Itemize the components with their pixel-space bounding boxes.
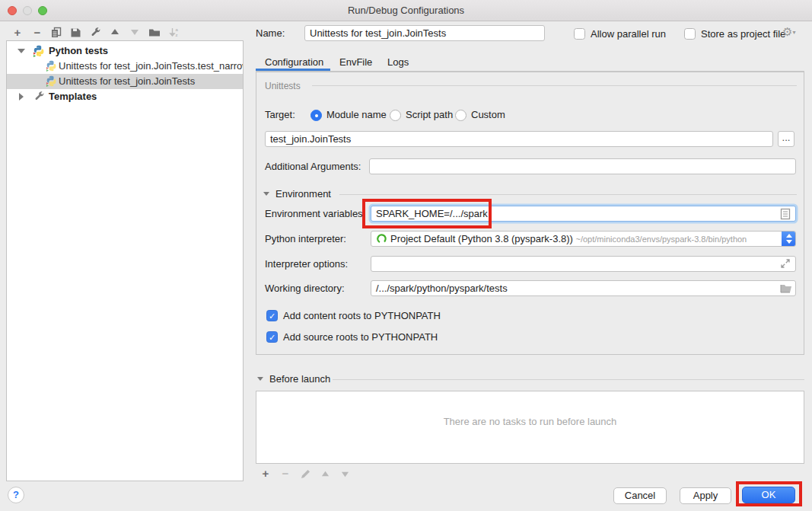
tree-item-unittests-narrow[interactable]: Unittests for test_join.JoinTests.test_n…	[7, 59, 243, 74]
add-source-roots-checkbox[interactable]: ✓	[266, 331, 278, 343]
move-up-icon[interactable]	[108, 25, 122, 39]
python-test-icon	[46, 60, 58, 72]
conda-environment-icon	[376, 233, 387, 247]
before-launch-edit-pencil-icon[interactable]	[298, 467, 312, 481]
environment-variables-label: Environment variables:	[265, 206, 365, 222]
copy-configuration-icon[interactable]	[49, 25, 62, 39]
env-vars-editor-icon[interactable]	[780, 208, 792, 220]
before-launch-panel: There are no tasks to run before launch	[256, 391, 804, 464]
name-value: Unittests for test_join.JoinTests	[310, 27, 446, 39]
before-launch-move-down-icon[interactable]	[338, 467, 352, 481]
unittests-group-title: Unittests	[265, 78, 301, 94]
section-divider	[339, 194, 797, 195]
target-module-name-radio[interactable]	[310, 110, 322, 121]
environment-collapse-caret-icon[interactable]	[263, 192, 269, 196]
move-down-icon[interactable]	[128, 25, 142, 39]
python-test-icon	[46, 75, 58, 88]
save-configuration-icon[interactable]	[68, 25, 82, 39]
browse-button[interactable]: ...	[778, 131, 794, 147]
target-custom-label: Custom	[471, 107, 505, 123]
tree-item-label: Python tests	[49, 43, 108, 59]
titlebar: Run/Debug Configurations	[0, 0, 812, 21]
group-divider	[312, 85, 797, 86]
tree-item-templates[interactable]: Templates	[7, 89, 243, 104]
add-content-roots-label: Add content roots to PYTHONPATH	[283, 309, 441, 323]
python-tests-icon	[33, 45, 45, 57]
before-launch-title: Before launch	[269, 372, 330, 387]
python-interpreter-select[interactable]: Project Default (Python 3.8 (pyspark-3.8…	[371, 231, 796, 247]
sort-alphabetically-icon[interactable]: az	[167, 25, 181, 39]
python-interpreter-label: Python interpreter:	[265, 232, 346, 247]
store-as-project-file-checkbox[interactable]	[684, 28, 696, 40]
svg-text:a: a	[175, 27, 178, 32]
store-as-project-file-label: Store as project file	[701, 27, 785, 41]
target-value: test_join.JoinTests	[270, 133, 351, 145]
expand-caret-icon[interactable]	[18, 49, 25, 53]
before-launch-move-up-icon[interactable]	[318, 467, 332, 481]
target-module-name-label: Module name	[326, 107, 387, 123]
help-button[interactable]: ?	[8, 487, 24, 503]
configurations-tree: Python tests Unittests for test_join.Joi…	[6, 40, 244, 481]
tab-logs[interactable]: Logs	[387, 53, 409, 71]
target-script-path-radio[interactable]	[390, 110, 401, 121]
name-input[interactable]: Unittests for test_join.JoinTests	[304, 25, 545, 41]
edit-templates-wrench-icon[interactable]	[88, 25, 102, 39]
svg-text:z: z	[175, 33, 177, 37]
allow-parallel-run-label: Allow parallel run	[591, 27, 666, 41]
target-label: Target:	[265, 107, 295, 123]
window-title: Run/Debug Configurations	[0, 5, 812, 16]
before-launch-add-icon[interactable]: +	[259, 466, 272, 480]
annotation-highlight-env-vars	[362, 199, 492, 228]
expand-field-icon[interactable]	[780, 258, 792, 270]
new-folder-icon[interactable]	[148, 25, 161, 39]
target-input[interactable]: test_join.JoinTests	[265, 131, 773, 147]
target-custom-radio[interactable]	[455, 110, 467, 121]
tree-item-unittests-jointests-selected[interactable]: Unittests for test_join.JoinTests	[7, 74, 243, 89]
cancel-button[interactable]: Cancel	[613, 487, 667, 504]
before-launch-remove-icon[interactable]: −	[279, 466, 292, 480]
working-directory-input[interactable]: /.../spark/python/pyspark/tests	[371, 280, 796, 296]
allow-parallel-run-checkbox[interactable]	[574, 28, 585, 40]
tree-item-label: Unittests for test_join.JoinTests	[59, 74, 195, 89]
python-interpreter-value: Project Default (Python 3.8 (pyspark-3.8…	[390, 233, 573, 244]
interpreter-options-label: Interpreter options:	[265, 257, 348, 272]
interpreter-options-input[interactable]	[371, 256, 796, 272]
add-configuration-icon[interactable]: +	[11, 25, 24, 39]
tab-envfile[interactable]: EnvFile	[339, 53, 372, 71]
templates-wrench-icon	[33, 91, 46, 103]
folder-icon[interactable]	[780, 283, 792, 295]
working-directory-label: Working directory:	[265, 281, 345, 296]
tree-item-label: Unittests for test_join.JoinTests.test_n…	[59, 59, 243, 74]
tree-item-python-tests[interactable]: Python tests	[7, 43, 243, 59]
remove-configuration-icon[interactable]: −	[30, 25, 44, 39]
run-debug-configurations-dialog: Run/Debug Configurations + − az Python t…	[0, 0, 812, 511]
before-launch-empty-text: There are no tasks to run before launch	[256, 416, 804, 427]
collapse-caret-icon[interactable]	[19, 93, 24, 101]
add-source-roots-label: Add source roots to PYTHONPATH	[283, 331, 438, 344]
target-script-path-label: Script path	[406, 107, 453, 123]
name-label: Name:	[256, 26, 285, 41]
gear-icon[interactable]: ⚙▾	[782, 25, 795, 39]
section-divider	[333, 379, 804, 380]
apply-button[interactable]: Apply	[680, 487, 731, 504]
annotation-highlight-ok-button	[736, 481, 802, 506]
python-interpreter-path: ~/opt/miniconda3/envs/pyspark-3.8/bin/py…	[576, 235, 747, 244]
add-content-roots-checkbox[interactable]: ✓	[266, 310, 278, 321]
additional-arguments-input[interactable]	[369, 158, 796, 174]
tree-item-label: Templates	[49, 89, 97, 104]
dropdown-stepper-icon[interactable]	[782, 231, 796, 247]
additional-arguments-label: Additional Arguments:	[265, 159, 361, 174]
before-launch-collapse-caret-icon[interactable]	[257, 377, 263, 381]
working-directory-value: /.../spark/python/pyspark/tests	[376, 283, 508, 294]
environment-section-title: Environment	[275, 187, 331, 202]
